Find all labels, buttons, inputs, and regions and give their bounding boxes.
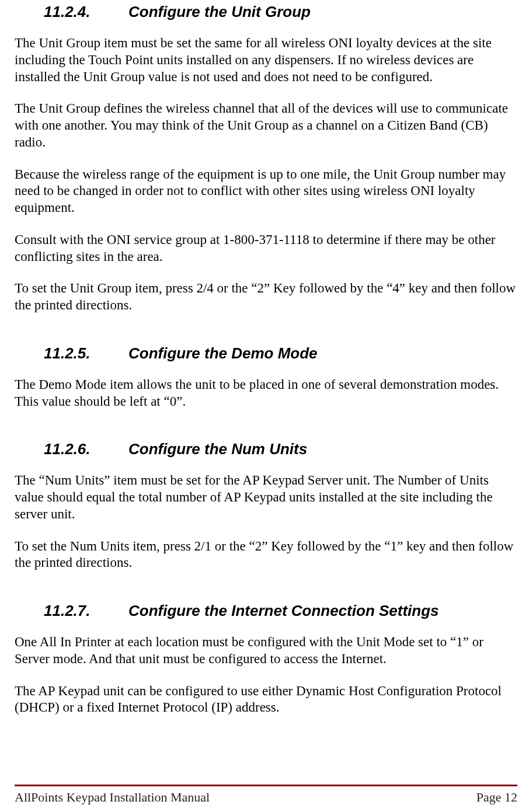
paragraph: To set the Num Units item, press 2/1 or … (15, 538, 517, 572)
paragraph: To set the Unit Group item, press 2/4 or… (15, 280, 517, 314)
paragraph: The Unit Group defines the wireless chan… (15, 100, 517, 151)
heading-number: 11.2.5. (44, 344, 128, 363)
footer-title: AllPoints Keypad Installation Manual (15, 790, 210, 805)
paragraph: One All In Printer at each location must… (15, 634, 517, 668)
heading-11-2-5: 11.2.5. Configure the Demo Mode (44, 344, 517, 363)
heading-number: 11.2.4. (44, 3, 128, 21)
footer-page-number: Page 12 (476, 790, 517, 805)
heading-11-2-6: 11.2.6. Configure the Num Units (44, 440, 517, 458)
footer-divider (15, 785, 517, 786)
heading-title: Configure the Num Units (128, 440, 307, 458)
heading-number: 11.2.6. (44, 440, 128, 458)
heading-title: Configure the Demo Mode (128, 344, 318, 363)
heading-11-2-7: 11.2.7. Configure the Internet Connectio… (44, 602, 517, 620)
page-footer: AllPoints Keypad Installation Manual Pag… (0, 785, 529, 812)
paragraph: The “Num Units” item must be set for the… (15, 472, 517, 522)
heading-number: 11.2.7. (44, 602, 128, 620)
footer-row: AllPoints Keypad Installation Manual Pag… (15, 790, 517, 805)
paragraph: The AP Keypad unit can be configured to … (15, 683, 517, 717)
paragraph: Consult with the ONI service group at 1-… (15, 232, 517, 266)
heading-title: Configure the Unit Group (128, 3, 311, 21)
heading-11-2-4: 11.2.4. Configure the Unit Group (44, 3, 517, 21)
heading-title: Configure the Internet Connection Settin… (128, 602, 439, 620)
paragraph: The Unit Group item must be set the same… (15, 35, 517, 85)
paragraph: Because the wireless range of the equipm… (15, 166, 517, 217)
page-content: 11.2.4. Configure the Unit Group The Uni… (15, 0, 517, 768)
paragraph: The Demo Mode item allows the unit to be… (15, 377, 517, 410)
